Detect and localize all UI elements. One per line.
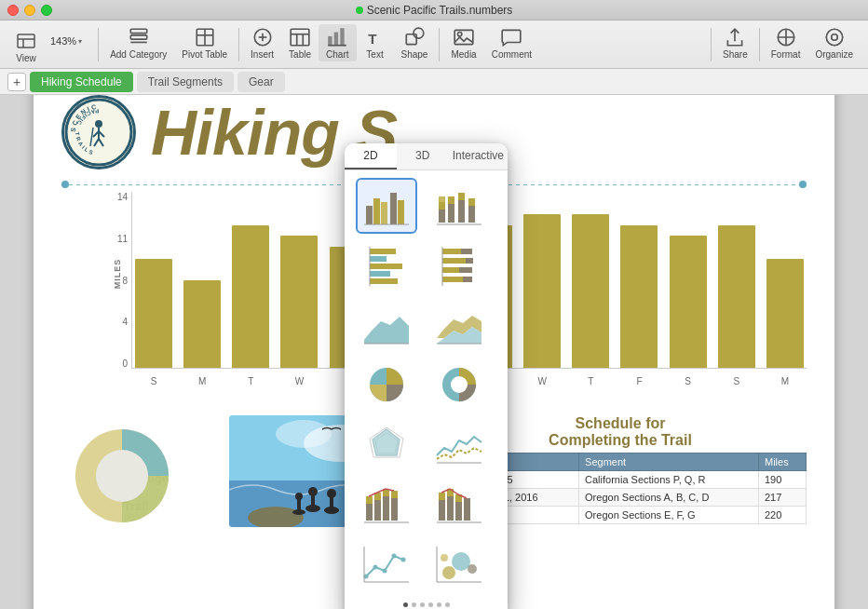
comment-button[interactable]: Comment — [484, 24, 539, 61]
svg-point-25 — [458, 33, 462, 36]
add-category-button[interactable]: Add Category — [102, 24, 174, 61]
svg-point-124 — [441, 554, 448, 562]
chart-option-bar-grouped[interactable] — [356, 178, 417, 234]
svg-rect-52 — [330, 496, 333, 510]
svg-rect-106 — [439, 500, 445, 521]
chart-option-bar-trend[interactable] — [356, 476, 417, 532]
svg-rect-73 — [370, 249, 396, 254]
chart-option-bubble[interactable] — [428, 535, 490, 591]
chart-option-area-stacked[interactable] — [428, 297, 490, 353]
svg-rect-85 — [442, 277, 463, 282]
close-button[interactable] — [7, 5, 19, 16]
organize-icon — [823, 26, 846, 48]
bar: 14 — [523, 214, 561, 368]
bar: 12 — [280, 236, 318, 368]
svg-point-33 — [95, 120, 102, 128]
bar-day-label: F — [636, 376, 642, 386]
chart-option-hbar-grouped[interactable] — [356, 237, 417, 293]
organize-button[interactable]: Organize — [807, 24, 861, 61]
bar: 12 — [670, 236, 707, 368]
tab-hiking-schedule[interactable]: Hiking Schedule — [30, 72, 133, 92]
svg-rect-17 — [328, 36, 332, 46]
media-button[interactable]: Media — [443, 24, 483, 61]
text-icon: T — [364, 26, 387, 48]
table-button[interactable]: Table — [281, 24, 319, 61]
svg-rect-64 — [439, 202, 445, 210]
window-title: Scenic Pacific Trails.numbers — [356, 4, 513, 17]
bar-day-label: M — [781, 376, 789, 386]
svg-point-123 — [468, 564, 477, 574]
svg-point-27 — [826, 29, 842, 45]
toolbar-separator-4 — [711, 28, 712, 61]
svg-rect-0 — [18, 34, 34, 47]
dot-1 — [403, 602, 408, 607]
svg-rect-107 — [439, 493, 445, 500]
chart-picker: 2D 3D Interactive ‹ › — [345, 143, 508, 609]
tab-3d[interactable]: 3D — [397, 143, 449, 169]
picker-pagination — [345, 602, 508, 607]
add-sheet-button[interactable]: + — [7, 73, 26, 91]
bar-value-label: 14 — [537, 199, 547, 209]
minimize-button[interactable] — [24, 5, 35, 16]
maximize-button[interactable] — [41, 5, 52, 16]
svg-point-28 — [831, 34, 837, 41]
chart-option-area[interactable] — [356, 297, 417, 353]
tab-interactive[interactable]: Interactive — [449, 143, 508, 169]
tab-trail-segments[interactable]: Trail Segments — [137, 72, 234, 92]
pivot-table-button[interactable]: Pivot Table — [174, 24, 235, 61]
traffic-lights — [7, 5, 52, 16]
table-cell-miles: 217 — [758, 489, 806, 507]
bar-value-label: 13 — [732, 210, 741, 220]
chart-option-hbar-stacked[interactable] — [428, 237, 490, 293]
chart-option-bar-trend-2[interactable] — [428, 476, 490, 532]
shape-icon — [403, 26, 426, 48]
view-button[interactable]: View — [7, 28, 45, 65]
insert-icon — [251, 26, 274, 48]
bar-group: 14W — [521, 192, 563, 368]
table-cell-miles: 220 — [758, 507, 806, 524]
table-icon — [289, 26, 311, 48]
svg-rect-68 — [458, 200, 465, 223]
svg-rect-82 — [466, 258, 473, 264]
svg-point-23 — [414, 28, 424, 38]
share-button[interactable]: Share — [715, 24, 755, 61]
bar: 8 — [183, 280, 221, 368]
shape-button[interactable]: Shape — [394, 24, 436, 61]
insert-button[interactable]: Insert — [243, 24, 281, 61]
view-icon — [15, 30, 37, 52]
svg-point-41 — [96, 450, 148, 502]
bar-group: 13S — [715, 192, 758, 368]
zoom-button[interactable]: 143% ▾ ▾ — [45, 28, 94, 48]
bar-group: 10M — [764, 192, 807, 368]
dot-6 — [445, 602, 450, 607]
text-button[interactable]: T Text — [357, 24, 394, 61]
chart-option-line[interactable] — [428, 416, 490, 472]
chart-option-pie[interactable] — [356, 357, 417, 413]
chart-option-bar-stacked[interactable] — [428, 178, 490, 234]
bar-day-label: W — [537, 376, 546, 386]
bar-group: 12S — [667, 192, 710, 368]
svg-rect-71 — [468, 198, 475, 206]
bar-value-label: 10 — [780, 244, 790, 253]
main-content: SCENIC PACIFIC TRAILS — [0, 95, 868, 609]
bar: 13 — [620, 225, 658, 368]
bar-day-label: S — [733, 376, 739, 386]
tab-2d[interactable]: 2D — [345, 143, 397, 169]
svg-rect-101 — [383, 496, 389, 521]
svg-rect-65 — [439, 196, 445, 202]
dot-left — [61, 181, 69, 188]
chart-option-scatter-line[interactable] — [356, 535, 417, 591]
svg-rect-75 — [370, 264, 402, 269]
tab-gear[interactable]: Gear — [237, 72, 285, 92]
picker-tabs: 2D 3D Interactive — [345, 143, 508, 170]
pivot-table-icon — [194, 26, 216, 48]
chart-option-radar[interactable] — [356, 416, 417, 472]
chart-button[interactable]: Chart — [319, 24, 356, 61]
chart-option-donut[interactable] — [428, 357, 490, 413]
format-button[interactable]: Format — [764, 24, 808, 61]
title-bar: Scenic Pacific Trails.numbers — [0, 0, 868, 20]
svg-rect-103 — [391, 498, 398, 521]
media-icon — [453, 26, 475, 48]
svg-point-118 — [401, 558, 406, 562]
svg-rect-69 — [458, 193, 465, 200]
